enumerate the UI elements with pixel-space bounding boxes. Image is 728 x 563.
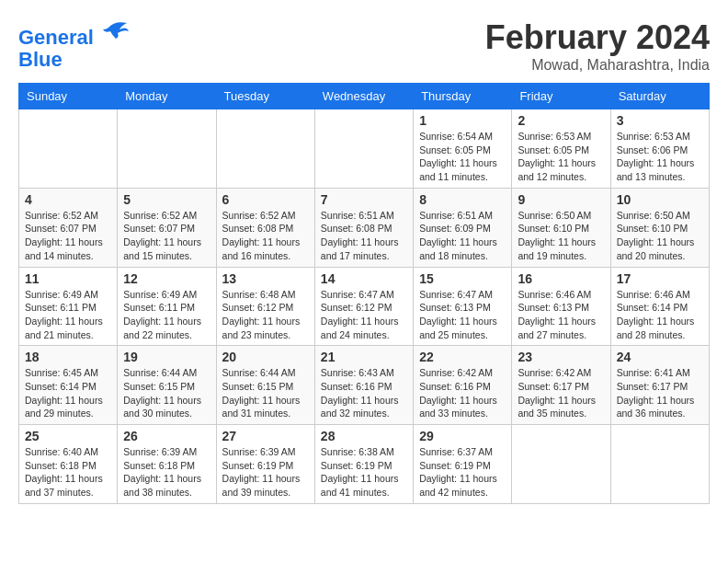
day-info: Sunrise: 6:45 AMSunset: 6:14 PMDaylight:… [25,366,111,420]
day-number: 25 [25,429,111,443]
day-number: 9 [518,192,604,207]
day-info: Sunrise: 6:42 AMSunset: 6:17 PMDaylight:… [518,366,604,420]
day-info: Sunrise: 6:53 AMSunset: 6:05 PMDaylight:… [518,130,604,184]
day-info: Sunrise: 6:51 AMSunset: 6:09 PMDaylight:… [419,209,506,263]
day-number: 16 [518,271,604,286]
title-block: February 2024 Mowad, Maharashtra, India [485,18,710,74]
calendar-cell: 10Sunrise: 6:50 AMSunset: 6:10 PMDayligh… [610,188,709,267]
calendar-cell: 4Sunrise: 6:52 AMSunset: 6:07 PMDaylight… [19,188,118,267]
day-number: 11 [25,271,111,286]
day-number: 22 [419,350,506,364]
calendar-cell [512,425,610,504]
calendar-cell: 8Sunrise: 6:51 AMSunset: 6:09 PMDaylight… [414,188,512,267]
calendar-cell: 17Sunrise: 6:46 AMSunset: 6:14 PMDayligh… [610,267,709,346]
day-number: 13 [222,271,309,286]
day-info: Sunrise: 6:43 AMSunset: 6:16 PMDaylight:… [321,366,407,420]
calendar-cell: 5Sunrise: 6:52 AMSunset: 6:07 PMDaylight… [118,188,216,267]
logo-general: General [18,26,94,49]
calendar-cell [610,425,709,504]
day-info: Sunrise: 6:47 AMSunset: 6:13 PMDaylight:… [419,288,506,342]
calendar-cell: 18Sunrise: 6:45 AMSunset: 6:14 PMDayligh… [19,346,118,425]
day-info: Sunrise: 6:44 AMSunset: 6:15 PMDaylight:… [222,366,309,420]
logo-blue: Blue [18,48,63,71]
day-info: Sunrise: 6:49 AMSunset: 6:11 PMDaylight:… [25,288,111,342]
calendar-cell: 24Sunrise: 6:41 AMSunset: 6:17 PMDayligh… [610,346,709,425]
calendar-cell: 21Sunrise: 6:43 AMSunset: 6:16 PMDayligh… [314,346,413,425]
header-monday: Monday [118,84,216,109]
day-number: 5 [123,192,210,207]
header-sunday: Sunday [19,84,118,109]
calendar-cell: 11Sunrise: 6:49 AMSunset: 6:11 PMDayligh… [19,267,118,346]
day-info: Sunrise: 6:52 AMSunset: 6:07 PMDaylight:… [123,209,210,263]
calendar-week-3: 18Sunrise: 6:45 AMSunset: 6:14 PMDayligh… [19,346,710,425]
calendar-cell [19,109,118,189]
day-number: 26 [123,429,210,443]
day-number: 3 [617,113,703,128]
day-info: Sunrise: 6:46 AMSunset: 6:14 PMDaylight:… [617,288,703,342]
calendar-cell: 19Sunrise: 6:44 AMSunset: 6:15 PMDayligh… [118,346,216,425]
day-number: 15 [419,271,506,286]
day-number: 18 [25,350,111,364]
calendar-header-row: SundayMondayTuesdayWednesdayThursdayFrid… [19,84,710,109]
calendar-cell: 2Sunrise: 6:53 AMSunset: 6:05 PMDaylight… [512,109,610,189]
calendar-cell: 12Sunrise: 6:49 AMSunset: 6:11 PMDayligh… [118,267,216,346]
day-info: Sunrise: 6:44 AMSunset: 6:15 PMDaylight:… [123,366,210,420]
day-number: 17 [617,271,703,286]
day-info: Sunrise: 6:37 AMSunset: 6:19 PMDaylight:… [419,445,506,500]
calendar-week-2: 11Sunrise: 6:49 AMSunset: 6:11 PMDayligh… [19,267,710,346]
header-friday: Friday [512,84,610,109]
day-info: Sunrise: 6:53 AMSunset: 6:06 PMDaylight:… [617,130,703,184]
calendar-cell: 14Sunrise: 6:47 AMSunset: 6:12 PMDayligh… [314,267,413,346]
day-number: 29 [419,429,506,443]
calendar-cell: 13Sunrise: 6:48 AMSunset: 6:12 PMDayligh… [216,267,314,346]
calendar-cell: 1Sunrise: 6:54 AMSunset: 6:05 PMDaylight… [414,109,512,189]
calendar-cell: 25Sunrise: 6:40 AMSunset: 6:18 PMDayligh… [19,425,118,504]
day-info: Sunrise: 6:40 AMSunset: 6:18 PMDaylight:… [25,445,111,500]
day-number: 23 [518,350,604,364]
day-number: 10 [617,192,703,207]
day-info: Sunrise: 6:50 AMSunset: 6:10 PMDaylight:… [617,209,703,263]
calendar-cell: 20Sunrise: 6:44 AMSunset: 6:15 PMDayligh… [216,346,314,425]
day-info: Sunrise: 6:48 AMSunset: 6:12 PMDaylight:… [222,288,309,342]
day-info: Sunrise: 6:39 AMSunset: 6:19 PMDaylight:… [222,445,309,500]
day-number: 7 [321,192,407,207]
calendar-cell: 15Sunrise: 6:47 AMSunset: 6:13 PMDayligh… [414,267,512,346]
day-info: Sunrise: 6:49 AMSunset: 6:11 PMDaylight:… [123,288,210,342]
day-info: Sunrise: 6:51 AMSunset: 6:08 PMDaylight:… [321,209,407,263]
calendar-cell: 16Sunrise: 6:46 AMSunset: 6:13 PMDayligh… [512,267,610,346]
day-number: 21 [321,350,407,364]
day-info: Sunrise: 6:38 AMSunset: 6:19 PMDaylight:… [321,445,407,500]
header-saturday: Saturday [610,84,709,109]
calendar-cell: 29Sunrise: 6:37 AMSunset: 6:19 PMDayligh… [414,425,512,504]
calendar-cell: 6Sunrise: 6:52 AMSunset: 6:08 PMDaylight… [216,188,314,267]
calendar-table: SundayMondayTuesdayWednesdayThursdayFrid… [18,83,710,504]
day-info: Sunrise: 6:52 AMSunset: 6:07 PMDaylight:… [25,209,111,263]
calendar-cell: 7Sunrise: 6:51 AMSunset: 6:08 PMDaylight… [314,188,413,267]
day-info: Sunrise: 6:39 AMSunset: 6:18 PMDaylight:… [123,445,210,500]
day-number: 27 [222,429,309,443]
location-subtitle: Mowad, Maharashtra, India [485,57,710,74]
calendar-cell [216,109,314,189]
calendar-cell: 22Sunrise: 6:42 AMSunset: 6:16 PMDayligh… [414,346,512,425]
day-number: 20 [222,350,309,364]
calendar-cell: 28Sunrise: 6:38 AMSunset: 6:19 PMDayligh… [314,425,413,504]
calendar-cell [314,109,413,189]
day-number: 6 [222,192,309,207]
header-wednesday: Wednesday [314,84,413,109]
page-header: General Blue February 2024 Mowad, Mahara… [18,18,710,74]
calendar-week-4: 25Sunrise: 6:40 AMSunset: 6:18 PMDayligh… [19,425,710,504]
calendar-cell: 9Sunrise: 6:50 AMSunset: 6:10 PMDaylight… [512,188,610,267]
calendar-cell: 27Sunrise: 6:39 AMSunset: 6:19 PMDayligh… [216,425,314,504]
day-number: 24 [617,350,703,364]
day-number: 8 [419,192,506,207]
month-year-title: February 2024 [485,18,710,57]
logo: General Blue [18,18,129,71]
day-number: 1 [419,113,506,128]
logo-bird-icon [101,18,129,44]
day-number: 19 [123,350,210,364]
header-tuesday: Tuesday [216,84,314,109]
calendar-cell: 3Sunrise: 6:53 AMSunset: 6:06 PMDaylight… [610,109,709,189]
calendar-week-0: 1Sunrise: 6:54 AMSunset: 6:05 PMDaylight… [19,109,710,189]
day-number: 28 [321,429,407,443]
day-info: Sunrise: 6:41 AMSunset: 6:17 PMDaylight:… [617,366,703,420]
